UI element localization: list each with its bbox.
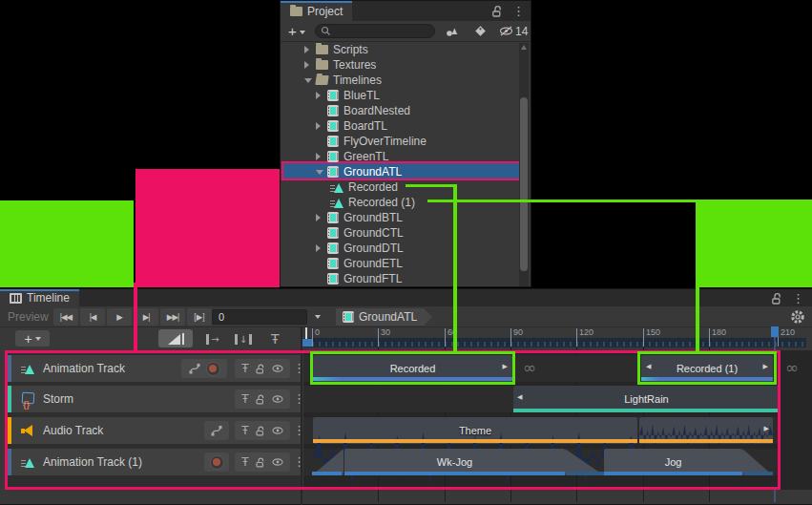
timeline-asset-icon: [327, 273, 339, 284]
unlock-icon[interactable]: [771, 292, 782, 305]
hidden-packages-eye-icon[interactable]: [499, 25, 513, 37]
tree-item-groundetl[interactable]: GroundETL: [281, 256, 517, 271]
scroll-up-arrow-icon[interactable]: [521, 45, 527, 50]
annotation-green-box-recorded: [310, 351, 515, 385]
foldout-collapsed-icon[interactable]: [316, 153, 327, 160]
search-icon: [321, 26, 331, 36]
window-menu-icon[interactable]: ⋮: [512, 5, 525, 17]
project-toolbar: + 14: [281, 21, 531, 42]
foldout-collapsed-icon[interactable]: [304, 46, 316, 53]
search-by-label-icon[interactable]: [474, 25, 487, 37]
foldout-collapsed-icon[interactable]: [316, 92, 327, 99]
tree-item-boardtl[interactable]: BoardTL: [281, 118, 517, 134]
screenshot-stage: Project ⋮ +: [0, 0, 812, 505]
settings-gear-icon[interactable]: [790, 309, 805, 325]
timeline-asset-icon: [327, 212, 339, 223]
frame-field[interactable]: 0: [212, 309, 307, 325]
scene-green-panel-left: [0, 200, 134, 287]
foldout-collapsed-icon[interactable]: [316, 244, 327, 252]
tree-item-greentl[interactable]: GreenTL: [281, 149, 517, 164]
goto-end-button[interactable]: ▶▶|: [160, 308, 185, 326]
replace-mode-button[interactable]: ↓: [231, 331, 256, 347]
timeline-asset-icon: [343, 311, 354, 323]
timeline-asset-icon: [327, 166, 339, 178]
tree-item-groundctl[interactable]: GroundCTL: [281, 225, 517, 241]
infinite-clip-symbol: ∞: [781, 355, 802, 380]
timeline-asset-icon: [327, 227, 339, 239]
mix-mode-button[interactable]: [158, 329, 193, 347]
timeline-asset-icon: [327, 136, 339, 147]
goto-start-button[interactable]: |◀◀: [53, 308, 78, 326]
ruler-label: 150: [646, 327, 660, 337]
time-ruler[interactable]: [303, 338, 806, 347]
scene-pink-panel: [135, 169, 280, 287]
timeline-window-icon: [10, 293, 22, 304]
tree-item-scripts[interactable]: Scripts: [281, 42, 517, 57]
play-range-button[interactable]: [▶]: [187, 308, 212, 326]
pin-markers-icon[interactable]: Ŧ: [271, 332, 280, 346]
tree-item-groundbtl[interactable]: GroundBTL: [281, 210, 517, 225]
timeline-end-marker[interactable]: [771, 326, 779, 337]
timeline-asset-icon: [327, 120, 339, 132]
folder-icon: [316, 60, 328, 70]
timeline-tab-label: Timeline: [27, 291, 70, 305]
timeline-asset-icon: [327, 90, 339, 101]
annotation-green-connector-recorded1-h: [427, 200, 699, 202]
tree-item-groundatl[interactable]: GroundATL: [281, 164, 517, 179]
animation-clip-icon: [330, 182, 344, 193]
frame-field-caret-icon[interactable]: [315, 315, 321, 319]
search-input[interactable]: [315, 24, 435, 38]
timeline-tabstrip: Timeline ⋮: [0, 289, 812, 306]
unlock-icon[interactable]: [491, 5, 503, 17]
annotation-green-connector-recorded-v: [453, 184, 457, 351]
timeline-asset-icon: [327, 151, 339, 162]
folder-open-icon: [315, 75, 328, 85]
foldout-collapsed-icon[interactable]: [304, 61, 316, 69]
mix-mode-icon: [168, 333, 184, 345]
preview-toggle[interactable]: Preview: [8, 310, 49, 324]
breadcrumb[interactable]: GroundATL: [336, 308, 432, 326]
annotation-pink-connector: [134, 283, 137, 351]
play-button[interactable]: ▶: [107, 308, 132, 326]
project-tab-label: Project: [307, 5, 343, 18]
tree-item-boardnested[interactable]: BoardNested: [281, 103, 517, 118]
add-track-button[interactable]: +: [15, 330, 50, 347]
ruler-label: 30: [381, 327, 390, 337]
search-by-type-icon[interactable]: [446, 25, 459, 37]
folder-icon: [316, 45, 328, 54]
tree-item-grounddtl[interactable]: GroundDTL: [281, 241, 517, 256]
tree-item-bluetl[interactable]: BlueTL: [281, 88, 517, 103]
annotation-green-connector-recorded-h: [406, 184, 457, 187]
ruler-label: 120: [579, 327, 593, 337]
replace-mode-icon: ↓: [235, 334, 252, 345]
hidden-packages-count: 14: [515, 25, 528, 38]
folder-icon: [290, 7, 302, 16]
tree-item-groundftl[interactable]: GroundFTL: [281, 271, 517, 286]
project-tabstrip: Project ⋮: [281, 1, 531, 21]
tree-item-timelines[interactable]: Timelines: [281, 73, 517, 88]
tree-item-recorded-1[interactable]: Recorded (1): [281, 195, 517, 210]
ripple-mode-button[interactable]: →: [200, 331, 225, 347]
animation-clip-icon: [330, 198, 344, 208]
tree-item-flyovertimeline[interactable]: FlyOverTimeline: [281, 134, 517, 149]
foldout-collapsed-icon[interactable]: [316, 214, 327, 221]
tab-timeline[interactable]: Timeline: [0, 289, 79, 306]
scrollbar-thumb[interactable]: [520, 97, 528, 271]
annotation-green-box-recorded1: [637, 351, 777, 385]
create-add-caret-icon[interactable]: [300, 31, 305, 34]
foldout-expanded-icon[interactable]: [304, 78, 316, 83]
tab-project[interactable]: Project: [281, 1, 352, 21]
foldout-expanded-icon[interactable]: [316, 170, 327, 175]
foldout-collapsed-icon[interactable]: [316, 122, 327, 130]
tree-item-textures[interactable]: Textures: [281, 57, 517, 73]
ruler-label: 90: [513, 327, 523, 337]
ruler-label: 210: [781, 327, 795, 337]
window-menu-icon[interactable]: ⋮: [792, 292, 804, 305]
annotation-green-connector-recorded1-v: [696, 201, 699, 351]
create-add-button[interactable]: +: [288, 23, 297, 39]
project-scrollbar[interactable]: [519, 43, 529, 286]
playhead-marker[interactable]: [302, 339, 312, 347]
ruler-label: 0: [315, 327, 320, 337]
tree-item-recorded[interactable]: Recorded: [281, 179, 517, 195]
previous-frame-button[interactable]: |◀: [80, 308, 105, 326]
